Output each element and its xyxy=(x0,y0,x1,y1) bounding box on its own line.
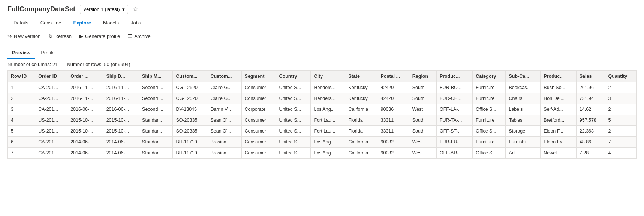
cell-r3-c15: Labels xyxy=(506,104,541,115)
col-header-subcategory[interactable]: Sub-Ca... xyxy=(506,71,541,82)
cell-r5-c18: 2 xyxy=(605,126,637,137)
version-dropdown[interactable]: Version 1 (latest) ▾ xyxy=(80,5,128,14)
cell-r4-c6: Sean O'... xyxy=(207,115,241,126)
cell-r7-c7: Consumer xyxy=(241,148,276,159)
table-row: 7CA-201...2014-06-...2014-06-...Standar.… xyxy=(8,148,637,159)
subtab-preview[interactable]: Preview xyxy=(7,48,35,59)
cell-r3-c5: DV-13045 xyxy=(173,104,207,115)
cell-r5-c1: US-201... xyxy=(35,126,67,137)
cell-r5-c8: United S... xyxy=(276,126,311,137)
col-header-quantity[interactable]: Quantity xyxy=(605,71,637,82)
cell-r6-c7: Consumer xyxy=(241,137,276,148)
cell-r7-c16: Newell ... xyxy=(541,148,576,159)
cell-r6-c2: 2014-06-... xyxy=(67,137,103,148)
col-header-ship-date[interactable]: Ship D... xyxy=(103,71,139,82)
cell-r2-c1: CA-201... xyxy=(35,93,67,104)
subtab-profile[interactable]: Profile xyxy=(36,48,59,59)
archive-label: Archive xyxy=(134,33,150,39)
data-table-container[interactable]: Row ID Order ID Order ... Ship D... Ship… xyxy=(0,70,644,159)
cell-r5-c4: Standar... xyxy=(139,126,173,137)
cell-r3-c13: OFF-LA-... xyxy=(436,104,472,115)
col-header-customer-name[interactable]: Custom... xyxy=(207,71,241,82)
cell-r7-c1: CA-201... xyxy=(35,148,67,159)
cell-r4-c18: 5 xyxy=(605,115,637,126)
cell-r2-c16: Hon Del... xyxy=(541,93,576,104)
generate-profile-button[interactable]: ▶ Generate profile xyxy=(79,33,120,39)
cell-r3-c4: Second ... xyxy=(139,104,173,115)
new-version-icon: ↪ xyxy=(7,33,12,39)
cell-r7-c14: Office S... xyxy=(473,148,506,159)
cell-r2-c6: Claire G... xyxy=(207,93,241,104)
col-header-region[interactable]: Region xyxy=(409,71,436,82)
tab-details[interactable]: Details xyxy=(7,17,34,29)
cell-r6-c11: 90032 xyxy=(377,137,409,148)
table-row: 1CA-201...2016-11-...2016-11-...Second .… xyxy=(8,82,637,93)
cell-r6-c10: California xyxy=(345,137,377,148)
cell-r6-c16: Eldon Ex... xyxy=(541,137,576,148)
cell-r5-c17: 22.368 xyxy=(576,126,605,137)
col-header-order-date[interactable]: Order ... xyxy=(67,71,103,82)
cell-r1-c18: 2 xyxy=(605,82,637,93)
cell-r2-c0: 2 xyxy=(8,93,35,104)
new-version-label: New version xyxy=(14,33,41,39)
cell-r1-c0: 1 xyxy=(8,82,35,93)
cell-r3-c3: 2016-06-... xyxy=(103,104,139,115)
col-header-postal[interactable]: Postal ... xyxy=(377,71,409,82)
tab-consume[interactable]: Consume xyxy=(34,17,67,29)
cell-r1-c12: South xyxy=(409,82,436,93)
col-header-product-name[interactable]: Produc... xyxy=(541,71,576,82)
cell-r7-c6: Brosina ... xyxy=(207,148,241,159)
cell-r7-c3: 2014-06-... xyxy=(103,148,139,159)
cell-r6-c0: 6 xyxy=(8,137,35,148)
cell-r5-c3: 2015-10-... xyxy=(103,126,139,137)
archive-icon: ☰ xyxy=(127,33,132,39)
col-header-ship-mode[interactable]: Ship M... xyxy=(139,71,173,82)
cell-r3-c16: Self-Ad... xyxy=(541,104,576,115)
cell-r4-c17: 957.578 xyxy=(576,115,605,126)
new-version-button[interactable]: ↪ New version xyxy=(7,33,41,39)
favorite-icon[interactable]: ☆ xyxy=(133,6,138,13)
cell-r5-c12: South xyxy=(409,126,436,137)
cell-r5-c0: 5 xyxy=(8,126,35,137)
col-header-segment[interactable]: Segment xyxy=(241,71,276,82)
col-header-city[interactable]: City xyxy=(311,71,345,82)
cell-r1-c3: 2016-11-... xyxy=(103,82,139,93)
cell-r4-c9: Fort Lau... xyxy=(311,115,345,126)
col-header-category[interactable]: Category xyxy=(473,71,506,82)
tab-explore[interactable]: Explore xyxy=(67,17,97,29)
table-header-row: Row ID Order ID Order ... Ship D... Ship… xyxy=(8,71,637,82)
cell-r7-c12: West xyxy=(409,148,436,159)
cell-r3-c7: Corporate xyxy=(241,104,276,115)
col-header-sales[interactable]: Sales xyxy=(576,71,605,82)
cell-r5-c16: Eldon F... xyxy=(541,126,576,137)
col-header-order-id[interactable]: Order ID xyxy=(35,71,67,82)
cell-r4-c16: Bretford... xyxy=(541,115,576,126)
col-header-country[interactable]: Country xyxy=(276,71,311,82)
cell-r5-c14: Office S... xyxy=(473,126,506,137)
cell-r3-c9: Los Ang... xyxy=(311,104,345,115)
page-header: FullCompanyDataSet Version 1 (latest) ▾ … xyxy=(0,0,644,17)
cell-r3-c11: 90036 xyxy=(377,104,409,115)
cell-r2-c15: Chairs xyxy=(506,93,541,104)
archive-button[interactable]: ☰ Archive xyxy=(127,33,150,39)
cell-r1-c15: Bookcas... xyxy=(506,82,541,93)
cell-r5-c11: 33311 xyxy=(377,126,409,137)
cell-r3-c1: CA-201... xyxy=(35,104,67,115)
main-tabs: Details Consume Explore Models Jobs xyxy=(0,17,644,29)
tab-models[interactable]: Models xyxy=(97,17,125,29)
cell-r1-c9: Henders... xyxy=(311,82,345,93)
col-header-row-id[interactable]: Row ID xyxy=(8,71,35,82)
col-header-state[interactable]: State xyxy=(345,71,377,82)
chevron-down-icon: ▾ xyxy=(122,6,125,12)
cell-r6-c17: 48.86 xyxy=(576,137,605,148)
refresh-button[interactable]: ↻ Refresh xyxy=(48,33,72,39)
col-header-product-id[interactable]: Produc... xyxy=(436,71,472,82)
refresh-label: Refresh xyxy=(55,33,72,39)
row-count: Number of rows: 50 (of 9994) xyxy=(67,62,130,67)
tab-jobs[interactable]: Jobs xyxy=(125,17,147,29)
cell-r2-c14: Furniture xyxy=(473,93,506,104)
cell-r2-c9: Henders... xyxy=(311,93,345,104)
cell-r2-c8: United S... xyxy=(276,93,311,104)
cell-r3-c17: 14.62 xyxy=(576,104,605,115)
col-header-customer-id[interactable]: Custom... xyxy=(173,71,207,82)
